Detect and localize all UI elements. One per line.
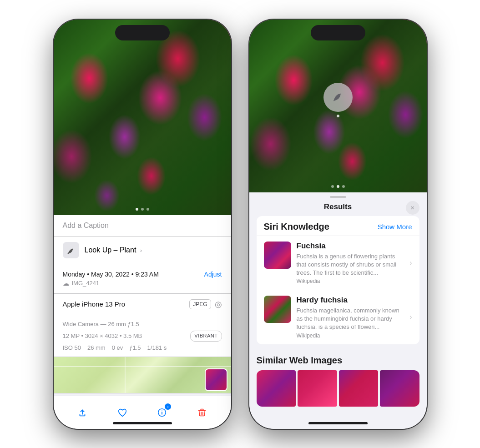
map-road-v	[125, 357, 126, 393]
web-image-3[interactable]	[339, 370, 379, 407]
flower-background-left	[54, 20, 231, 215]
specs-row: 12 MP • 3024 × 4032 • 3.5 MB VIBRANT	[63, 331, 222, 342]
dynamic-island-right	[311, 25, 365, 40]
cloud-icon: ☁	[63, 280, 69, 287]
hardy-source: Wikipedia	[297, 332, 401, 339]
caption-placeholder[interactable]: Add a Caption	[63, 221, 109, 229]
meta-section: Monday • May 30, 2022 • 9:23 AM Adjust ☁…	[54, 264, 231, 294]
right-phone: Results × Siri Knowledge Show More	[249, 20, 427, 429]
device-name: Apple iPhone 13 Pro	[63, 300, 126, 308]
delete-button[interactable]	[192, 403, 212, 423]
shutter-value: 1/181 s	[147, 343, 167, 353]
photo-dot-1	[136, 208, 138, 211]
share-button[interactable]	[72, 403, 92, 423]
adjust-button[interactable]: Adjust	[204, 271, 222, 278]
format-badge: JPEG	[189, 299, 211, 309]
lookup-text: Look Up – Plant ›	[85, 246, 142, 254]
left-screen: Add a Caption Look Up – Plant › Monday •…	[54, 20, 231, 429]
home-indicator-right	[308, 422, 368, 424]
aperture-value: ƒ1.5	[129, 343, 141, 353]
camera-specs: Wide Camera — 26 mm ƒ1.5 12 MP • 3024 × …	[63, 315, 222, 357]
svg-point-1	[162, 410, 162, 411]
web-image-2[interactable]	[298, 370, 337, 407]
filename-text: IMG_4241	[72, 280, 100, 287]
knowledge-item-fuchsia[interactable]: Fuchsia Fuchsia is a genus of flowering …	[257, 236, 419, 290]
home-indicator-left	[113, 422, 172, 424]
lookup-icon-wrap	[63, 242, 79, 258]
dynamic-island-left	[115, 25, 170, 40]
meta-date-row: Monday • May 30, 2022 • 9:23 AM Adjust	[63, 271, 222, 278]
web-image-1[interactable]	[257, 370, 296, 407]
results-panel: Results × Siri Knowledge Show More	[249, 192, 427, 429]
fuchsia-text: Fuchsia Fuchsia is a genus of flowering …	[297, 242, 412, 285]
hardy-name: Hardy fuchsia	[297, 296, 401, 305]
info-badge: i	[165, 403, 171, 410]
hardy-chevron: ›	[409, 313, 412, 321]
web-images-grid	[257, 370, 419, 407]
photo-area-right	[249, 20, 427, 192]
panel-handle[interactable]	[330, 196, 346, 198]
siri-dot	[337, 115, 339, 117]
map-section[interactable]	[54, 357, 231, 393]
iso-value: ISO 50	[63, 343, 81, 353]
meta-date: Monday • May 30, 2022 • 9:23 AM	[63, 271, 159, 278]
photo-dots-right	[331, 185, 345, 188]
photo-dot-r2	[337, 185, 339, 188]
results-content[interactable]: Siri Knowledge Show More Fuchsia Fuchsia…	[249, 216, 427, 429]
exif-values: ISO 50 26 mm 0 ev ƒ1.5 1/181 s	[63, 343, 167, 353]
device-header: Apple iPhone 13 Pro JPEG ◎	[63, 294, 222, 315]
map-thumbnail	[205, 368, 227, 391]
fuchsia-thumbnail	[264, 242, 291, 269]
photo-dots-left	[136, 208, 149, 211]
close-button[interactable]: ×	[406, 201, 419, 215]
right-screen: Results × Siri Knowledge Show More	[249, 20, 427, 429]
caption-area[interactable]: Add a Caption	[54, 215, 231, 237]
siri-leaf-icon	[331, 89, 345, 106]
hardy-text: Hardy fuchsia Fuchsia magellanica, commo…	[297, 296, 412, 339]
photo-dot-2	[141, 208, 144, 211]
focal-value: 26 mm	[87, 343, 106, 353]
photo-dot-3	[147, 208, 149, 211]
fuchsia-desc: Fuchsia is a genus of flowering plants t…	[297, 252, 401, 277]
device-badges: JPEG ◎	[189, 299, 222, 309]
device-section: Apple iPhone 13 Pro JPEG ◎ Wide Camera —…	[54, 294, 231, 357]
info-button[interactable]: i	[152, 403, 172, 423]
hardy-desc: Fuchsia magellanica, commonly known as t…	[297, 307, 401, 332]
results-title: Results	[324, 202, 352, 211]
resolution-text: 12 MP • 3024 × 4032 • 3.5 MB	[63, 332, 142, 341]
meta-filename: ☁ IMG_4241	[63, 280, 222, 287]
web-images-section: Similar Web Images	[257, 355, 419, 407]
show-more-button[interactable]: Show More	[378, 223, 412, 231]
web-images-title: Similar Web Images	[257, 355, 419, 366]
results-header: Results ×	[249, 200, 427, 216]
hardy-thumbnail	[264, 296, 291, 323]
camera-type: Wide Camera — 26 mm ƒ1.5	[63, 321, 139, 327]
fuchsia-source: Wikipedia	[297, 278, 401, 284]
knowledge-item-hardy[interactable]: Hardy fuchsia Fuchsia magellanica, commo…	[257, 290, 419, 344]
exif-row: ISO 50 26 mm 0 ev ƒ1.5 1/181 s	[63, 343, 222, 353]
web-image-4[interactable]	[380, 370, 419, 407]
left-phone: Add a Caption Look Up – Plant › Monday •…	[54, 20, 231, 429]
close-icon: ×	[410, 204, 414, 211]
delete-icon	[197, 408, 207, 418]
lookup-row[interactable]: Look Up – Plant ›	[54, 237, 231, 264]
siri-knowledge-header: Siri Knowledge Show More	[257, 216, 419, 236]
vibrant-badge: VIBRANT	[190, 331, 222, 342]
heart-icon	[117, 408, 127, 418]
photo-dot-r1	[331, 185, 334, 188]
siri-knowledge-section: Siri Knowledge Show More Fuchsia Fuchsia…	[257, 216, 419, 344]
fuchsia-chevron: ›	[409, 259, 412, 267]
location-icon: ◎	[215, 299, 222, 309]
share-icon	[77, 408, 87, 418]
siri-button[interactable]	[323, 83, 353, 112]
exposure-value: 0 ev	[112, 343, 123, 353]
photo-area-left[interactable]	[54, 20, 231, 215]
siri-knowledge-title: Siri Knowledge	[264, 221, 329, 232]
map-road-h	[54, 366, 231, 367]
fuchsia-name: Fuchsia	[297, 242, 401, 251]
heart-button[interactable]	[112, 403, 132, 423]
photo-dot-r3	[342, 185, 345, 188]
leaf-icon	[66, 246, 76, 255]
